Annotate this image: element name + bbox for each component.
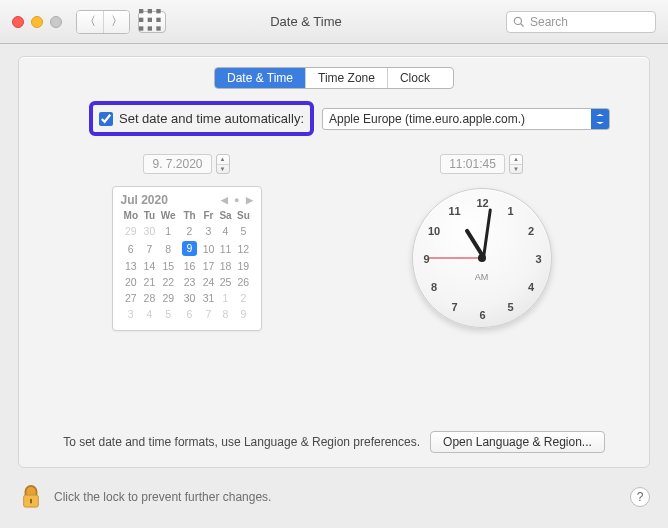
time-column: 11:01:45 ▲▼ AM 121234567891011: [334, 154, 629, 331]
chevron-down-icon: [591, 109, 609, 129]
calendar-day[interactable]: 30: [141, 223, 158, 239]
calendar-day[interactable]: 3: [200, 223, 217, 239]
window-title: Date & Time: [106, 14, 506, 29]
calendar-day[interactable]: 8: [158, 239, 179, 258]
tab-date-time[interactable]: Date & Time: [215, 68, 305, 88]
calendar-day[interactable]: 19: [234, 258, 252, 274]
clock-numeral: 6: [475, 309, 491, 321]
calendar-day[interactable]: 9: [234, 306, 252, 322]
tab-time-zone[interactable]: Time Zone: [305, 68, 387, 88]
clock-numeral: 11: [447, 205, 463, 217]
calendar-day[interactable]: 30: [179, 290, 200, 306]
calendar-weekday: Th: [179, 210, 200, 223]
calendar-day[interactable]: 6: [121, 239, 142, 258]
calendar-day[interactable]: 3: [121, 306, 142, 322]
date-step-buttons[interactable]: ▲▼: [216, 154, 230, 174]
clock-numeral: 7: [447, 301, 463, 313]
calendar-day[interactable]: 22: [158, 274, 179, 290]
close-window-button[interactable]: [12, 16, 24, 28]
calendar-day[interactable]: 27: [121, 290, 142, 306]
calendar-day[interactable]: 20: [121, 274, 142, 290]
date-stepper[interactable]: 9. 7.2020 ▲▼: [143, 154, 229, 174]
clock-numeral: 9: [419, 253, 435, 265]
calendar-month-label: Jul 2020: [121, 193, 168, 207]
calendar-day[interactable]: 31: [200, 290, 217, 306]
clock-numeral: 5: [503, 301, 519, 313]
calendar-day[interactable]: 21: [141, 274, 158, 290]
lock-row: Click the lock to prevent further change…: [0, 478, 668, 512]
calendar-today-icon[interactable]: ●: [234, 195, 239, 205]
clock-numeral: 1: [503, 205, 519, 217]
auto-date-time-checkbox[interactable]: [99, 112, 113, 126]
calendar-day[interactable]: 7: [141, 239, 158, 258]
second-hand: [428, 258, 482, 259]
time-server-value: Apple Europe (time.euro.apple.com.): [329, 112, 525, 126]
svg-rect-2: [156, 9, 160, 13]
calendar-day[interactable]: 14: [141, 258, 158, 274]
time-stepper[interactable]: 11:01:45 ▲▼: [440, 154, 523, 174]
calendar-day[interactable]: 24: [200, 274, 217, 290]
calendar-day[interactable]: 15: [158, 258, 179, 274]
calendar-day[interactable]: 13: [121, 258, 142, 274]
svg-rect-1: [148, 9, 152, 13]
minimize-window-button[interactable]: [31, 16, 43, 28]
tab-clock[interactable]: Clock: [387, 68, 442, 88]
clock-numeral: 3: [531, 253, 547, 265]
window-controls: [12, 16, 62, 28]
calendar-day[interactable]: 18: [217, 258, 234, 274]
calendar-day[interactable]: 1: [217, 290, 234, 306]
calendar-day[interactable]: 5: [234, 223, 252, 239]
calendar-weekday: Su: [234, 210, 252, 223]
zoom-window-button[interactable]: [50, 16, 62, 28]
calendar-weekday: We: [158, 210, 179, 223]
time-step-buttons[interactable]: ▲▼: [509, 154, 523, 174]
lock-text: Click the lock to prevent further change…: [54, 490, 271, 504]
calendar-day[interactable]: 5: [158, 306, 179, 322]
calendar-day[interactable]: 10: [200, 239, 217, 258]
calendar-weekday: Mo: [121, 210, 142, 223]
time-server-dropdown[interactable]: Apple Europe (time.euro.apple.com.): [322, 108, 610, 130]
calendar-day[interactable]: 1: [158, 223, 179, 239]
auto-date-time-highlight: Set date and time automatically:: [89, 101, 314, 136]
calendar-day[interactable]: 25: [217, 274, 234, 290]
calendar-day[interactable]: 11: [217, 239, 234, 258]
calendar-day[interactable]: 28: [141, 290, 158, 306]
minute-hand: [482, 208, 492, 258]
auto-date-time-label: Set date and time automatically:: [119, 111, 304, 126]
clock-numeral: 10: [426, 225, 442, 237]
calendar-day[interactable]: 16: [179, 258, 200, 274]
calendar-day[interactable]: 23: [179, 274, 200, 290]
search-field[interactable]: Search: [506, 11, 656, 33]
help-button[interactable]: ?: [630, 487, 650, 507]
calendar-weekday: Fr: [200, 210, 217, 223]
calendar-day[interactable]: 26: [234, 274, 252, 290]
footer-hint: To set date and time formats, use Langua…: [63, 435, 420, 449]
calendar-day[interactable]: 7: [200, 306, 217, 322]
clock-numeral: 4: [523, 281, 539, 293]
calendar-day[interactable]: 17: [200, 258, 217, 274]
search-placeholder: Search: [530, 15, 568, 29]
date-value: 9. 7.2020: [143, 154, 211, 174]
footer: To set date and time formats, use Langua…: [19, 431, 649, 453]
back-button[interactable]: 〈: [77, 11, 103, 33]
calendar-day[interactable]: 2: [179, 223, 200, 239]
calendar-day[interactable]: 2: [234, 290, 252, 306]
calendar-day[interactable]: 9: [179, 239, 200, 258]
calendar-day[interactable]: 12: [234, 239, 252, 258]
preferences-pane: Date & Time Time Zone Clock Set date and…: [18, 56, 650, 468]
calendar-day[interactable]: 8: [217, 306, 234, 322]
calendar-prev-icon[interactable]: ◀: [221, 195, 228, 205]
calendar-day[interactable]: 4: [217, 223, 234, 239]
open-language-region-button[interactable]: Open Language & Region...: [430, 431, 605, 453]
svg-rect-10: [30, 499, 32, 504]
calendar[interactable]: Jul 2020 ◀ ● ▶ MoTuWeThFrSaSu 2930123456…: [112, 186, 262, 331]
calendar-weekday: Tu: [141, 210, 158, 223]
time-value: 11:01:45: [440, 154, 505, 174]
calendar-day[interactable]: 29: [121, 223, 142, 239]
calendar-day[interactable]: 4: [141, 306, 158, 322]
lock-icon[interactable]: [18, 482, 44, 512]
calendar-next-icon[interactable]: ▶: [246, 195, 253, 205]
calendar-day[interactable]: 6: [179, 306, 200, 322]
clock-ampm: AM: [475, 272, 489, 282]
calendar-day[interactable]: 29: [158, 290, 179, 306]
